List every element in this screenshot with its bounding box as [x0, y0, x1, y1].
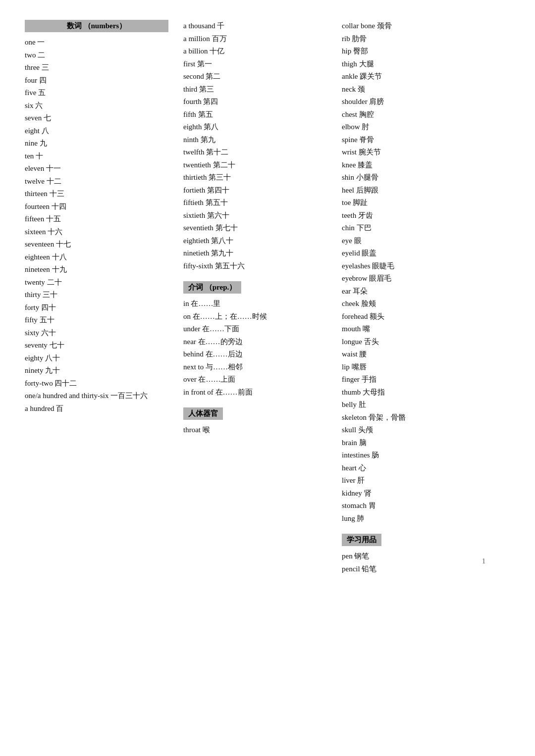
list-item: a billion 十亿: [183, 45, 327, 58]
entry-en: one/a hundred and thirty-six: [25, 392, 109, 400]
entry-en: forty-two: [25, 379, 53, 387]
entry-en: chest: [342, 110, 357, 118]
list-item: thirtieth 第三十: [183, 171, 327, 184]
list-item: sixteen 十六: [25, 226, 168, 239]
entry-cn: 眼: [354, 237, 362, 245]
entry-en: waist: [342, 350, 358, 358]
list-item: heart 心: [342, 462, 515, 475]
list-item: five 五: [25, 87, 168, 100]
list-item: ear 耳朵: [342, 285, 515, 298]
entry-cn: 第九十: [211, 249, 233, 257]
entry-en: seventieth: [183, 224, 214, 232]
entry-en: longue: [342, 338, 362, 346]
entry-cn: 心: [359, 464, 366, 472]
entry-en: lip: [342, 363, 350, 371]
entry-en: ankle: [342, 72, 358, 80]
list-item: next to 与……相邻: [183, 361, 327, 374]
list-item: two 二: [25, 49, 168, 62]
entry-en: in front of: [183, 388, 214, 396]
list-item: waist 腰: [342, 348, 515, 361]
entry-cn: 第二十: [213, 161, 235, 169]
entry-cn: 十亿: [210, 47, 224, 55]
entry-cn: 第八: [204, 123, 218, 131]
entry-en: on: [183, 312, 191, 320]
list-item: eleven 十一: [25, 162, 168, 175]
list-item: fifty-sixth 第五十六: [183, 260, 327, 273]
entry-cn: 肾: [364, 489, 372, 497]
list-item: fifteen 十五: [25, 213, 168, 226]
list-item: over 在……上面: [183, 373, 327, 386]
entry-en: fifteen: [25, 215, 44, 223]
entry-en: eyelid: [342, 249, 360, 257]
list-item: four 四: [25, 74, 168, 87]
entry-cn: 臀部: [353, 47, 368, 55]
entry-en: second: [183, 72, 204, 80]
entry-en: liver: [342, 476, 356, 484]
list-item: third 第三: [183, 83, 327, 96]
entry-en: eyelashes: [342, 262, 370, 270]
list-item: skull 头颅: [342, 424, 515, 437]
entry-en: fiftieth: [183, 199, 204, 206]
entry-en: three: [25, 63, 40, 71]
entry-en: collar bone: [342, 22, 375, 30]
entry-cn: 六十: [41, 329, 56, 337]
list-item: ankle 踝关节: [342, 70, 515, 83]
entry-en: wrist: [342, 148, 357, 156]
list-item: eight 八: [25, 125, 168, 138]
entry-en: sixty: [25, 329, 39, 337]
list-item: first 第一: [183, 58, 327, 71]
entry-en: forty: [25, 303, 39, 311]
list-item: fiftieth 第五十: [183, 197, 327, 209]
body-parts-list: collar bone 颈骨rib 肋骨hip 臀部thigh 大腿ankle …: [342, 20, 515, 525]
list-item: eyebrow 眼眉毛: [342, 272, 515, 285]
list-item: lung 肺: [342, 512, 515, 525]
entry-cn: 十六: [48, 228, 62, 236]
entry-cn: 耳朵: [353, 287, 368, 295]
entry-cn: 六: [35, 101, 43, 109]
entry-en: six: [25, 101, 34, 109]
entry-cn: 十七: [56, 240, 71, 248]
entry-en: a million: [183, 35, 210, 43]
entry-cn: 十九: [52, 265, 67, 273]
entry-cn: 第四十: [207, 186, 229, 194]
list-item: toe 脚趾: [342, 197, 515, 209]
entry-cn: 腕关节: [359, 148, 381, 156]
entry-cn: 钢笔: [354, 552, 369, 560]
list-item: eighth 第八: [183, 121, 327, 134]
entry-en: skeleton: [342, 413, 367, 421]
list-item: chin 下巴: [342, 222, 515, 235]
list-item: one/a hundred and thirty-six 一百三十六: [25, 390, 168, 403]
entry-en: near: [183, 338, 196, 346]
entry-cn: 第七十: [215, 224, 238, 232]
entry-en: pen: [342, 552, 353, 560]
entry-cn: 百万: [212, 35, 227, 43]
list-item: nineteen 十九: [25, 263, 168, 276]
entry-en: nineteen: [25, 265, 50, 273]
list-item: pencil 铅笔: [342, 563, 515, 576]
entry-en: one: [25, 38, 36, 46]
entry-cn: 七十: [50, 341, 64, 349]
entry-en: skull: [342, 426, 356, 434]
list-item: in front of 在……前面: [183, 386, 327, 399]
entry-cn: 八十: [45, 354, 60, 362]
entry-cn: 大腿: [359, 60, 374, 68]
entry-en: hip: [342, 47, 351, 55]
entry-cn: 一: [37, 38, 45, 46]
entry-cn: 腰: [359, 350, 367, 358]
entry-cn: 胃: [369, 502, 376, 509]
list-item: liver 肝: [342, 474, 515, 487]
list-item: collar bone 颈骨: [342, 20, 515, 33]
entry-en: third: [183, 85, 197, 93]
entry-cn: 二十: [47, 278, 62, 286]
entry-en: two: [25, 51, 36, 59]
entry-en: shin: [342, 173, 354, 181]
list-item: rib 肋骨: [342, 33, 515, 46]
entry-cn: 在……前面: [215, 388, 253, 396]
entry-cn: 脑: [359, 439, 367, 447]
list-item: thumb 大母指: [342, 386, 515, 399]
entry-en: first: [183, 60, 195, 68]
list-item: thirty 三十: [25, 289, 168, 302]
entry-en: heart: [342, 464, 357, 472]
entry-cn: 颈骨: [377, 22, 392, 30]
entry-en: over: [183, 375, 197, 383]
